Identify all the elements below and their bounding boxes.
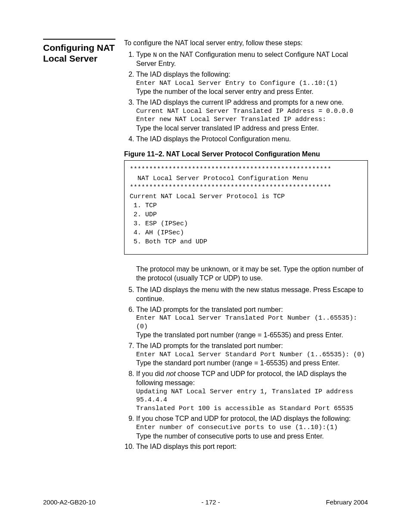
- main-content: To configure the NAT local server entry,…: [124, 39, 368, 453]
- console-box: ****************************************…: [124, 160, 368, 255]
- step-9: If you chose TCP and UDP for protocol, t…: [136, 414, 368, 441]
- step-10: The IAD displays this port report:: [136, 442, 368, 451]
- step7-code: Enter NAT Local Server Standard Port Num…: [136, 351, 368, 359]
- step1-code: N: [153, 52, 157, 59]
- section-title: Configuring NAT Local Server: [43, 42, 115, 64]
- step-5: The IAD displays the menu with the new s…: [136, 286, 368, 304]
- sidebar: Configuring NAT Local Server: [43, 39, 115, 453]
- steps-list: Type N on the NAT Configuration menu to …: [124, 50, 368, 144]
- step-1: Type N on the NAT Configuration menu to …: [136, 50, 368, 68]
- page-footer: 2000-A2-GB20-10 - 172 - February 2004: [43, 498, 368, 507]
- footer-date: February 2004: [326, 498, 368, 507]
- step8-code1: Updating NAT Local Server entry 1, Trans…: [136, 388, 368, 404]
- step3-code2: Enter new NAT Local Server Translated IP…: [136, 115, 368, 124]
- step-3: The IAD displays the current IP address …: [136, 98, 368, 133]
- step-7: The IAD prompts for the translated port …: [136, 342, 368, 368]
- step3-code1: Current NAT Local Server Translated IP A…: [136, 107, 368, 116]
- step6-code: Enter NAT Local Server Translated Port N…: [136, 314, 368, 331]
- steps-list-cont: The IAD displays the menu with the new s…: [124, 286, 368, 451]
- step-2: The IAD displays the following: Enter NA…: [136, 70, 368, 96]
- step2-code: Enter NAT Local Server Entry to Configur…: [136, 79, 368, 88]
- footer-doc-id: 2000-A2-GB20-10: [43, 498, 96, 507]
- after-box-text: The protocol may be unknown, or it may b…: [124, 265, 368, 283]
- step9-code: Enter number of consecutive ports to use…: [136, 423, 368, 432]
- intro-text: To configure the NAT local server entry,…: [124, 39, 368, 48]
- figure-caption: Figure 11–2. NAT Local Server Protocol C…: [124, 150, 368, 159]
- step-6: The IAD prompts for the translated port …: [136, 305, 368, 340]
- step-4: The IAD displays the Protocol Configurat…: [136, 135, 368, 144]
- step-8: If you did not choose TCP and UDP for pr…: [136, 370, 368, 413]
- step8-code2: Translated Port 100 is accessible as Sta…: [136, 404, 368, 413]
- footer-page-number: - 172 -: [201, 498, 220, 507]
- step8-not: not: [166, 370, 175, 377]
